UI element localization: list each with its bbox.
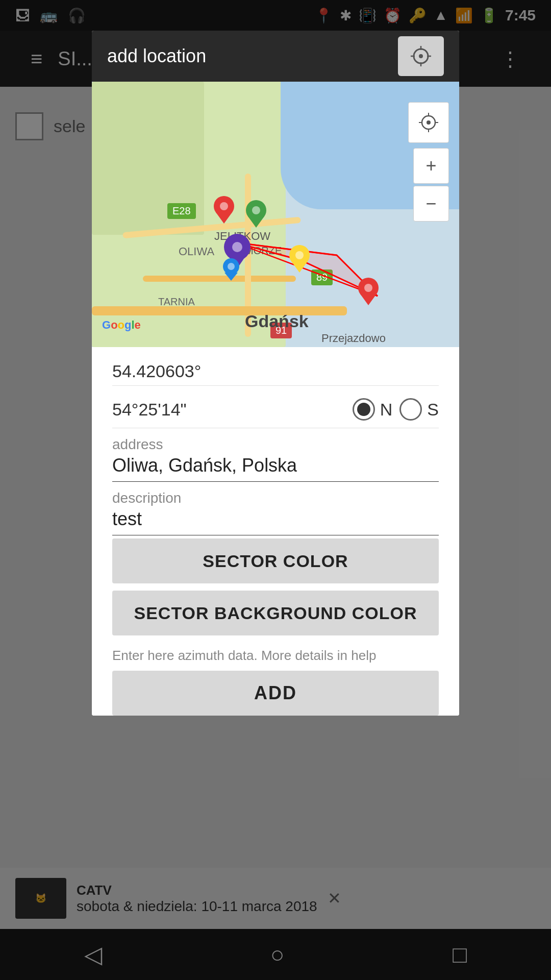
map-zoom-controls: + − — [413, 148, 449, 222]
decimal-coord-row: 54.420603° — [112, 357, 439, 386]
google-watermark: Google — [102, 318, 141, 332]
sector-bg-color-button[interactable]: SECTOR BACKGROUND COLOR — [112, 591, 439, 635]
map-marker-blue-small — [222, 257, 240, 283]
svg-marker-22 — [291, 261, 308, 273]
description-value[interactable]: test — [112, 508, 439, 535]
modal-dialog: add location — [92, 31, 459, 716]
svg-point-26 — [364, 284, 372, 292]
modal-overlay: add location — [0, 0, 551, 980]
svg-point-23 — [295, 251, 304, 259]
dms-coord: 54°25'14" — [112, 400, 342, 420]
crosshair-icon — [410, 45, 432, 67]
svg-point-17 — [232, 242, 242, 252]
map-road2 — [143, 276, 296, 282]
zoom-in-button[interactable]: + — [413, 148, 449, 184]
north-radio[interactable] — [353, 398, 375, 421]
map-marker-green — [245, 198, 267, 231]
svg-marker-10 — [216, 212, 232, 224]
modal-header: add location — [92, 31, 459, 82]
sector-color-button[interactable]: SECTOR COLOR — [112, 538, 439, 583]
south-label: S — [427, 400, 439, 420]
svg-point-11 — [220, 202, 228, 210]
azimuth-hint: Enter here azimuth data. More details in… — [112, 643, 439, 671]
address-value[interactable]: Oliwa, Gdańsk, Polska — [112, 455, 439, 482]
svg-marker-25 — [360, 294, 377, 305]
locate-icon — [418, 112, 439, 133]
road-label-89: 89 — [311, 270, 333, 285]
address-label: address — [112, 436, 439, 453]
map-road4 — [92, 306, 347, 315]
south-option[interactable]: S — [399, 398, 439, 421]
map-label-gdansk: Gdańsk — [245, 311, 309, 331]
map-marker-red — [213, 194, 235, 227]
map-label-tarnia: TARNIA — [158, 296, 195, 308]
north-option[interactable]: N — [353, 398, 393, 421]
zoom-out-button[interactable]: − — [413, 186, 449, 222]
svg-point-1 — [419, 54, 423, 58]
modal-form: 54.420603° 54°25'14" N S address — [92, 347, 459, 716]
map-marker-red2 — [357, 276, 380, 308]
modal-title: add location — [107, 45, 388, 67]
north-label: N — [380, 400, 393, 420]
map-area[interactable]: E28 89 91 OLIWA TARNIA JELITKOW MORZE Gd… — [92, 82, 459, 347]
ns-radio-group: N S — [353, 398, 439, 421]
header-locate-button[interactable] — [398, 36, 444, 76]
decimal-coord: 54.420603° — [112, 361, 201, 381]
add-button[interactable]: ADD — [112, 671, 439, 716]
south-radio[interactable] — [399, 398, 422, 421]
svg-marker-13 — [248, 216, 264, 228]
svg-point-28 — [427, 120, 431, 125]
map-locate-button[interactable] — [408, 102, 449, 143]
road-label-e28: E28 — [167, 203, 196, 219]
map-label-przejazdowo: Przejazdowo — [321, 332, 386, 345]
svg-point-20 — [228, 263, 235, 270]
map-label-oliwa: OLIWA — [179, 245, 214, 258]
svg-marker-19 — [224, 273, 238, 281]
description-label: description — [112, 490, 439, 506]
map-marker-yellow — [288, 243, 311, 276]
svg-point-14 — [252, 206, 260, 214]
dms-row: 54°25'14" N S — [112, 391, 439, 428]
